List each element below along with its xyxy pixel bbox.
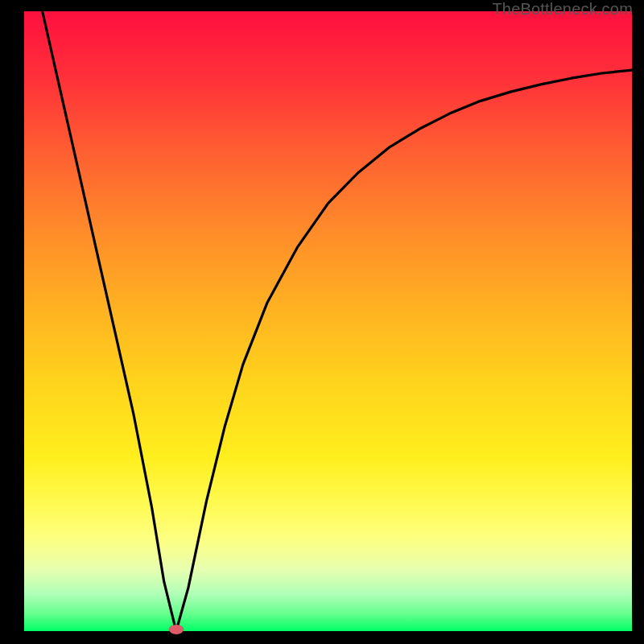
plot-area [24, 11, 632, 631]
chart-frame: TheBottleneck.com [0, 0, 644, 644]
curve-svg [24, 11, 632, 631]
bottleneck-curve [43, 11, 632, 631]
watermark-text: TheBottleneck.com [492, 0, 633, 19]
minimum-marker [169, 625, 184, 634]
